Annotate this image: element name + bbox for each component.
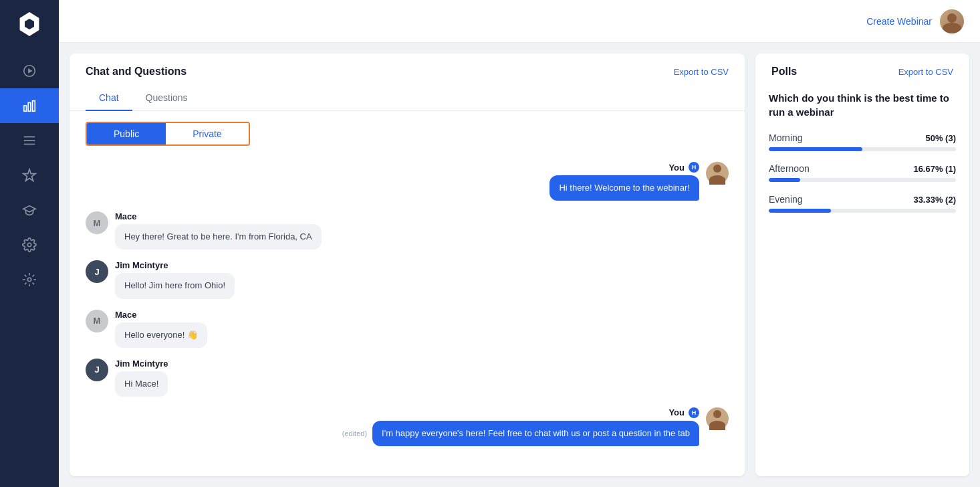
polls-export-csv-button[interactable]: Export to CSV [898,67,953,77]
tab-questions[interactable]: Questions [132,86,201,111]
chat-panel: Chat and Questions Export to CSV Chat Qu… [70,54,745,476]
message-row: You H (edited) I'm happy everyone's here… [86,407,729,446]
chat-tabs: Chat Questions [70,86,745,111]
svg-point-8 [27,243,31,247]
poll-bar-fill [769,147,862,151]
sender-name: Mace [115,211,322,221]
toggle-container: Public Private [70,111,745,157]
message-content: Jim Mcintyre Hi Mace! [115,359,168,397]
play-icon [22,64,37,78]
star-icon [22,168,37,183]
poll-bar-track [769,209,956,213]
svg-rect-3 [28,102,31,111]
chat-messages-area: You H Hi there! Welcome to the webinar! … [70,157,745,476]
settings-icon [22,272,37,287]
public-private-toggle: Public Private [86,122,250,146]
polls-panel-header: Polls Export to CSV [755,54,969,78]
mace-avatar: M [86,211,108,234]
message-row: J Jim Mcintyre Hi Mace! [86,359,729,397]
logo-inner [23,17,36,31]
chat-panel-header: Chat and Questions Export to CSV [70,54,745,78]
poll-option-label: Afternoon [769,163,810,174]
sender-name: Mace [115,310,207,320]
message-content: Jim Mcintyre Hello! Jim here from Ohio! [115,260,235,298]
you-badge: H [689,407,699,418]
settings-alt-icon [22,237,37,252]
jim-avatar: J [86,260,108,283]
own-message-meta: You H [342,407,699,418]
message-content: Mace Hello everyone! 👋 [115,310,207,348]
message-row: M Mace Hey there! Great to be here. I'm … [86,211,729,250]
message-row: J Jim Mcintyre Hello! Jim here from Ohio… [86,260,729,298]
header-right: Create Webinar [866,9,964,33]
poll-bar-track [769,178,956,182]
poll-option-percentage: 33.33% (2) [913,195,956,205]
message-bubble: I'm happy everyone's here! Feel free to … [372,421,699,446]
message-content: You H (edited) I'm happy everyone's here… [342,407,699,446]
public-toggle-button[interactable]: Public [87,123,166,144]
poll-bar-fill [769,178,800,182]
sidebar-item-list[interactable] [0,123,59,158]
poll-option-percentage: 50% (3) [925,133,956,143]
chat-export-csv-button[interactable]: Export to CSV [674,67,729,77]
svg-rect-2 [24,106,27,111]
private-toggle-button[interactable]: Private [166,123,249,144]
message-bubble: Hi there! Welcome to the webinar! [549,175,699,201]
tab-chat[interactable]: Chat [86,86,132,111]
message-bubble: Hi Mace! [115,371,168,397]
message-row: You H Hi there! Welcome to the webinar! [86,162,729,201]
mace-avatar: M [86,310,108,332]
poll-option-label: Evening [769,194,803,205]
you-badge: H [689,162,699,173]
poll-option-header: Afternoon 16.67% (1) [769,163,956,174]
poll-option-evening: Evening 33.33% (2) [769,194,956,213]
sender-name: Jim Mcintyre [115,260,235,270]
own-avatar [706,407,729,430]
header: Create Webinar [59,0,980,43]
svg-marker-1 [28,68,32,73]
sidebar-item-graduation[interactable] [0,193,59,227]
sidebar-item-play[interactable] [0,54,59,88]
own-sender-name: You [668,163,685,173]
avatar-image [940,9,964,33]
edited-row: (edited) I'm happy everyone's here! Feel… [342,421,699,446]
message-bubble: Hello! Jim here from Ohio! [115,273,235,298]
poll-option-header: Evening 33.33% (2) [769,194,956,205]
poll-bar-track [769,147,956,151]
sidebar [0,0,59,487]
polls-panel: Polls Export to CSV Which do you think i… [755,54,969,476]
own-avatar [706,162,729,185]
create-webinar-button[interactable]: Create Webinar [866,16,932,27]
sidebar-item-settings-alt[interactable] [0,227,59,262]
sidebar-item-settings[interactable] [0,262,59,297]
sidebar-item-star[interactable] [0,158,59,193]
sender-name: Jim Mcintyre [115,359,168,369]
logo-shape [17,12,41,36]
own-message-meta: You H [549,162,699,173]
avatar[interactable] [940,9,964,33]
sidebar-logo [0,0,59,48]
chat-panel-title: Chat and Questions [86,66,187,78]
poll-option-header: Morning 50% (3) [769,132,956,143]
svg-point-9 [27,278,31,282]
svg-rect-4 [33,101,35,112]
graduation-icon [22,203,37,217]
message-bubble: Hey there! Great to be here. I'm from Fl… [115,224,322,250]
poll-question: Which do you think is the best time to r… [769,91,956,119]
sidebar-item-chart[interactable] [0,88,59,123]
panels-container: Chat and Questions Export to CSV Chat Qu… [59,43,980,487]
sidebar-nav [0,48,59,487]
edited-label: (edited) [342,429,367,437]
poll-option-morning: Morning 50% (3) [769,132,956,151]
poll-option-label: Morning [769,132,803,143]
own-sender-name: You [668,407,685,417]
poll-option-afternoon: Afternoon 16.67% (1) [769,163,956,182]
message-row: M Mace Hello everyone! 👋 [86,310,729,348]
main-content: Create Webinar Chat and Questions Export… [59,0,980,487]
jim-avatar: J [86,359,108,381]
poll-content: Which do you think is the best time to r… [755,78,969,476]
poll-bar-fill [769,209,831,213]
message-bubble: Hello everyone! 👋 [115,322,207,348]
polls-panel-title: Polls [771,66,797,78]
list-icon [22,133,37,148]
